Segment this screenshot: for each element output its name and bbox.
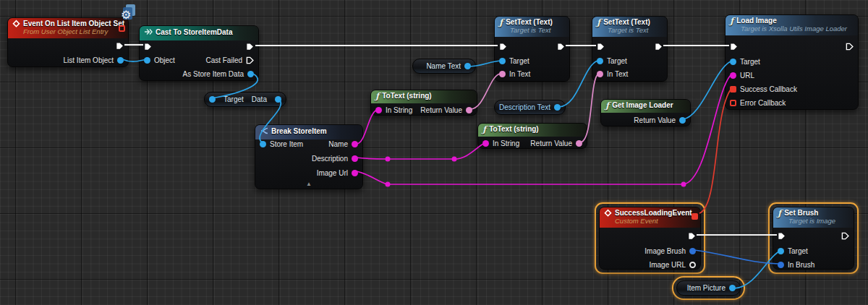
pin-target[interactable]: Target [778,245,808,257]
node-header: Break StoreItem [255,125,362,139]
delegate-pin[interactable] [730,86,736,93]
node-item-picture-getter[interactable]: Item Picture [676,280,741,296]
data-pin[interactable] [275,96,281,103]
exec-in-pin[interactable] [499,40,507,52]
pin-description[interactable]: Description [312,152,358,164]
node-title: ToText (string) [489,125,539,133]
brush-struct-pin[interactable] [689,248,696,254]
pin-target[interactable]: Target [499,55,529,66]
blueprint-graph-canvas[interactable]: ⚙ Event On List Item Object Set From Use… [0,0,868,305]
pin-url[interactable]: URL [730,69,754,81]
pin-as-store-item-data[interactable]: As Store Item Data [183,68,254,80]
delegate-pin[interactable] [692,213,698,220]
exec-in-pin[interactable] [778,230,786,241]
string-pin[interactable] [352,170,358,176]
node-load-image[interactable]: ƒ Load Image Target is Xsolla Utils Imag… [725,14,859,110]
node-get-image-loader[interactable]: ƒ Get Image Loader Return Value [600,99,691,126]
pin-object[interactable]: Object [144,54,175,66]
pin-label: Data [252,95,267,103]
string-pin[interactable] [375,107,382,113]
node-event-on-list-item-object-set[interactable]: Event On List Item Object Set From User … [7,17,129,67]
reroute-dot [386,182,391,187]
string-pin[interactable] [482,140,489,147]
object-pin[interactable] [144,57,150,64]
object-pin[interactable] [499,58,506,64]
pin-target[interactable]: Target [597,55,627,66]
node-title: SetText (Text) [506,18,553,26]
function-f-icon: ƒ [482,126,486,133]
exec-out-pin[interactable] [557,40,565,52]
pin-in-string[interactable]: In String [375,104,412,116]
pin-label: URL [740,72,754,80]
text-pin[interactable] [499,71,506,77]
object-pin[interactable] [729,285,736,291]
node-header: ƒ Set Brush Target is Image [773,207,854,228]
node-cast-to-storeitemdata[interactable]: Cast To StoreItemData Object Cast Failed… [139,25,259,81]
node-settext-name[interactable]: ƒ SetText (Text) Target is Text Target I… [494,16,570,82]
pin-image-url[interactable]: Image URL [649,259,696,270]
string-pin[interactable] [352,141,358,147]
pin-in-text[interactable]: In Text [597,68,628,80]
wire-description-to-in-string [356,143,485,159]
exec-out-pin[interactable] [655,40,663,52]
delegate-pin[interactable] [730,100,736,106]
text-pin[interactable] [576,140,582,147]
exec-out-pin[interactable] [116,40,124,51]
object-pin[interactable] [117,57,124,64]
pin-success-callback[interactable]: Success Callback [730,83,797,95]
node-totext-name[interactable]: ƒ ToText (string) In String Return Value [370,90,477,116]
exec-out-pin[interactable] [841,230,849,241]
function-f-icon: ƒ [499,19,503,26]
string-pin[interactable] [730,72,736,79]
text-pin[interactable] [466,107,472,113]
object-pin[interactable] [464,63,471,69]
pin-label: Target [509,57,529,65]
pin-in-brush[interactable]: In Brush [778,259,814,270]
exec-in-pin[interactable] [597,40,605,52]
pin-target[interactable]: Target [730,56,760,67]
pin-in-string[interactable]: In String [482,137,519,149]
node-totext-description[interactable]: ƒ ToText (string) In String Return Value [477,123,587,149]
object-pin[interactable] [778,248,784,254]
node-get-data-compact[interactable]: Target Data [204,92,286,107]
pin-image-url[interactable]: Image Url [317,167,358,179]
pin-list-item-object[interactable]: List Item Object [64,54,124,66]
exec-out-pin[interactable] [246,40,254,52]
exec-out-pin[interactable] [846,40,854,52]
node-break-storeitem[interactable]: Break StoreItem Store Item Name Descript… [255,124,363,189]
pin-name[interactable]: Name [328,138,358,150]
object-pin[interactable] [554,104,561,111]
text-pin[interactable] [597,71,603,77]
delegate-pin[interactable] [119,25,125,32]
object-pin[interactable] [260,141,266,147]
pin-label: Store Item [270,140,303,148]
string-pin[interactable] [689,262,696,268]
brush-struct-pin[interactable] [778,262,784,268]
node-description-text-getter[interactable]: Description Text [494,100,566,115]
node-name-text-getter[interactable]: Name Text [412,59,476,74]
pin-in-text[interactable]: In Text [499,68,530,80]
pin-return-value[interactable]: Return Value [530,137,582,149]
node-set-brush[interactable]: ƒ Set Brush Target is Image Target In Br… [773,207,854,270]
pin-store-item[interactable]: Store Item [260,138,303,150]
object-pin[interactable] [597,58,603,64]
exec-in-pin[interactable] [144,40,152,52]
pin-return-value[interactable]: Return Value [634,114,686,126]
pin-label: Image URL [649,261,686,269]
pin-error-callback[interactable]: Error Callback [730,97,786,108]
object-pin[interactable] [730,59,736,65]
exec-out-pin[interactable] [688,230,696,241]
string-pin[interactable] [352,155,358,162]
object-pin[interactable] [679,117,686,124]
node-settext-description[interactable]: ƒ SetText (Text) Target is Text Target I… [592,16,668,82]
node-header: ƒ Get Image Loader [601,100,690,113]
exec-in-pin[interactable] [730,40,738,52]
pin-cast-failed[interactable]: Cast Failed [205,54,254,66]
collapse-arrow-icon[interactable]: ▲ [255,181,362,188]
pin-label: In String [493,139,519,147]
target-pin[interactable] [209,96,216,103]
pin-return-value[interactable]: Return Value [420,104,472,116]
pin-image-brush[interactable]: Image Brush [644,245,696,257]
object-pin[interactable] [247,71,254,77]
node-success-loading-event[interactable]: SuccessLoadingEvent Custom Event Image B… [599,207,701,270]
